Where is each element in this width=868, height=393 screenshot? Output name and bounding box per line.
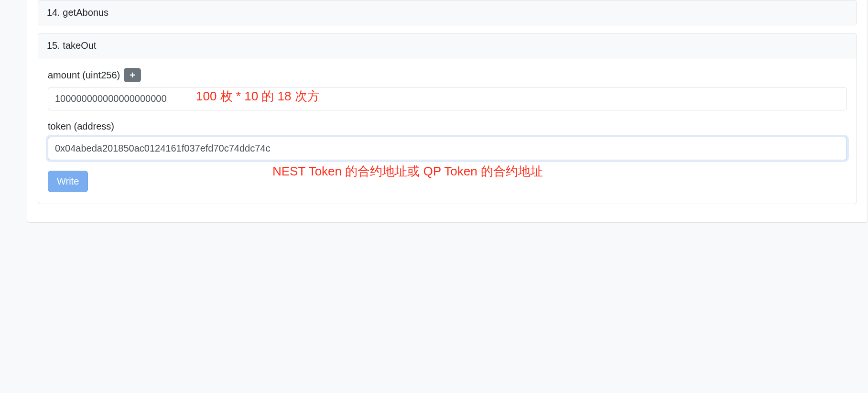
function-body-takeout: amount (uint256) + 100 枚 * 10 的 18 次方 to…: [38, 58, 857, 204]
function-header-getabonus[interactable]: 14. getAbonus: [38, 0, 857, 25]
amount-label-row: amount (uint256) +: [48, 68, 847, 82]
write-button[interactable]: Write: [48, 171, 88, 192]
amount-label: amount (uint256): [48, 70, 120, 81]
function-panel-getabonus: 14. getAbonus: [38, 0, 857, 25]
amount-field-group: amount (uint256) + 100 枚 * 10 的 18 次方: [48, 68, 847, 110]
function-header-takeout[interactable]: 15. takeOut: [38, 33, 857, 58]
token-label: token (address): [48, 121, 847, 132]
contract-functions-panel: 14. getAbonus 15. takeOut amount (uint25…: [27, 0, 868, 223]
function-panel-takeout: 15. takeOut amount (uint256) + 100 枚 * 1…: [38, 33, 857, 204]
token-annotation: NEST Token 的合约地址或 QP Token 的合约地址: [272, 163, 543, 180]
add-amount-button[interactable]: +: [124, 68, 141, 82]
amount-input[interactable]: [48, 87, 847, 110]
token-field-group: token (address) NEST Token 的合约地址或 QP Tok…: [48, 121, 847, 160]
token-input[interactable]: [48, 137, 847, 160]
plus-icon: +: [130, 70, 135, 80]
